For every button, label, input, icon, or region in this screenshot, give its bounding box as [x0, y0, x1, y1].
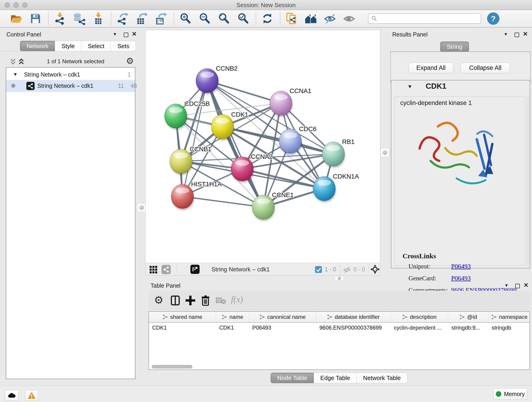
show-all-button[interactable] [342, 11, 357, 26]
table-cell[interactable]: stringdb:9... [448, 323, 488, 333]
results-panel-close-icon[interactable]: ✕ [523, 31, 528, 38]
delete-table-icon[interactable] [215, 297, 226, 304]
table-panel-tabs: Node Table Edge Table Network Table [271, 373, 407, 383]
column-header-shared-name[interactable]: shared name [149, 312, 216, 322]
zoom-in-button[interactable] [178, 11, 193, 26]
control-panel-close-icon[interactable]: ✕ [132, 31, 137, 38]
network-options-gear-icon[interactable]: ⚙ [126, 56, 134, 66]
table-hscrollbar-thumb[interactable] [152, 365, 192, 369]
column-header-description[interactable]: description [391, 312, 448, 322]
control-panel-splitter-handle[interactable] [138, 204, 146, 212]
network-collection-row[interactable]: ▼ String Network – cdk1 1 [6, 70, 135, 80]
first-neighbors-button[interactable] [303, 11, 318, 26]
column-header-name[interactable]: name [216, 312, 249, 322]
selected-checkbox-icon[interactable] [315, 266, 322, 273]
cloud-status-button[interactable] [5, 390, 19, 401]
tab-node-table[interactable]: Node Table [271, 373, 314, 383]
collection-label: String Network – cdk1 [24, 71, 80, 78]
zoom-selected-button[interactable] [235, 11, 251, 26]
memory-button[interactable]: Memory [493, 388, 527, 400]
export-image-button[interactable] [153, 11, 169, 26]
results-panel-float-icon[interactable] [515, 32, 519, 37]
table-panel-float-icon[interactable] [515, 284, 520, 288]
grid-view-icon[interactable] [149, 265, 157, 274]
new-network-from-selection-button[interactable] [284, 11, 299, 26]
tab-edge-table[interactable]: Edge Table [314, 373, 357, 383]
network-row-selected[interactable]: String Network – cdk1 11 48 [6, 80, 135, 92]
network-edge-HIST1H1A-CCNE1[interactable] [182, 196, 263, 207]
hide-selected-button[interactable] [323, 11, 338, 26]
refresh-view-button[interactable] [260, 11, 275, 26]
save-session-button[interactable] [28, 11, 43, 26]
tab-network[interactable]: Network [20, 41, 55, 51]
table-panel-collapse-icon[interactable]: ▾ [505, 282, 508, 288]
tab-select[interactable]: Select [81, 41, 111, 51]
import-table-from-file-button[interactable] [91, 11, 106, 26]
open-session-button[interactable] [9, 11, 24, 26]
column-header-database-identifier[interactable]: database identifier [316, 312, 391, 322]
hidden-eye-icon[interactable] [343, 266, 351, 273]
network-edge-CDK1-RB1[interactable] [222, 127, 333, 154]
column-header-canonical-name[interactable]: canonical name [249, 312, 316, 322]
toolbar-divider [340, 264, 341, 274]
show-columns-icon[interactable] [170, 295, 181, 306]
node-label-CDK1: CDK1 [231, 111, 248, 118]
warnings-button[interactable] [25, 390, 38, 401]
tab-sets[interactable]: Sets [111, 41, 136, 51]
tab-string[interactable]: String [440, 41, 469, 52]
expand-all-button[interactable]: Expand All [409, 63, 453, 73]
expand-all-networks-icon[interactable] [17, 57, 25, 66]
export-table-button[interactable] [134, 11, 149, 26]
tab-style[interactable]: Style [55, 41, 81, 51]
birds-eye-view-icon[interactable] [370, 265, 380, 274]
column-header-namespace[interactable]: namespace [488, 312, 530, 322]
fit-content-button[interactable] [216, 11, 231, 26]
table-panel-splitter-handle[interactable] [335, 276, 344, 281]
collection-expand-icon[interactable]: ▼ [13, 72, 18, 77]
table-cell[interactable]: CDK1 [216, 323, 249, 333]
results-panel-splitter-handle[interactable] [381, 148, 389, 157]
table-cell[interactable]: 9606.ENSP00000378699 [316, 323, 391, 333]
table-cell[interactable]: CDK1 [149, 323, 216, 333]
export-network-button[interactable] [115, 11, 130, 26]
table-cell[interactable]: cyclin-dependent ... [391, 323, 448, 333]
cloud-icon [8, 393, 16, 398]
help-button[interactable]: ? [487, 12, 500, 25]
results-scrollbar[interactable] [526, 96, 529, 266]
control-panel: Control Panel ▾ ✕ Network Style Select S… [2, 30, 136, 380]
collapse-all-networks-icon[interactable] [9, 57, 17, 66]
import-network-from-database-button[interactable] [71, 11, 87, 26]
delete-column-icon[interactable] [200, 295, 211, 306]
results-panel-title: Results Panel [392, 31, 428, 38]
detach-view-icon[interactable] [190, 265, 200, 274]
results-panel-collapse-icon[interactable]: ▾ [505, 31, 507, 37]
status-bar: Memory [0, 385, 532, 402]
function-builder-icon[interactable]: f(x) [231, 294, 243, 304]
collapse-all-button[interactable]: Collapse All [461, 63, 510, 73]
table-cell[interactable]: P06493 [249, 323, 316, 333]
control-panel-float-icon[interactable] [124, 32, 128, 37]
node-label-CCNA2: CCNA2 [251, 153, 273, 160]
table-cell[interactable]: stringdb [488, 323, 530, 333]
column-header--id[interactable]: @id [448, 312, 488, 322]
network-selection-status: 1 of 1 Network selected [30, 58, 121, 65]
create-column-icon[interactable] [185, 295, 196, 306]
protein-collapse-icon[interactable]: ▼ [407, 84, 412, 89]
node-label-CCNE1: CCNE1 [272, 191, 294, 198]
node-label-CCNB1: CCNB1 [190, 146, 211, 153]
import-network-from-file-button[interactable] [52, 11, 67, 26]
table-options-gear-icon[interactable]: ⚙ [154, 294, 163, 306]
network-overview-icon[interactable] [162, 265, 171, 274]
zoom-out-button[interactable] [197, 11, 212, 26]
search-input[interactable] [378, 14, 481, 23]
network-canvas[interactable]: CCNB2CCNA1CDC25BCDK1CDC6RB1CCNB1CCNA2CDK… [146, 30, 380, 263]
table-panel-title: Table Panel [151, 282, 181, 289]
table-panel-close-icon[interactable]: ✕ [524, 282, 529, 289]
results-actions-strip: Expand All Collapse All [390, 51, 531, 83]
protein-result-card: ▼ CDK1 cyclin-dependent kinase 1 [391, 80, 530, 268]
toolbar-separator [48, 12, 49, 25]
table-row[interactable]: CDK1CDK1P064939606.ENSP00000378699cyclin… [149, 323, 530, 333]
crosslink-uniprot-link[interactable]: P06493 [451, 263, 471, 270]
tab-network-table[interactable]: Network Table [356, 373, 407, 383]
control-panel-collapse-icon[interactable]: ▾ [114, 31, 116, 37]
